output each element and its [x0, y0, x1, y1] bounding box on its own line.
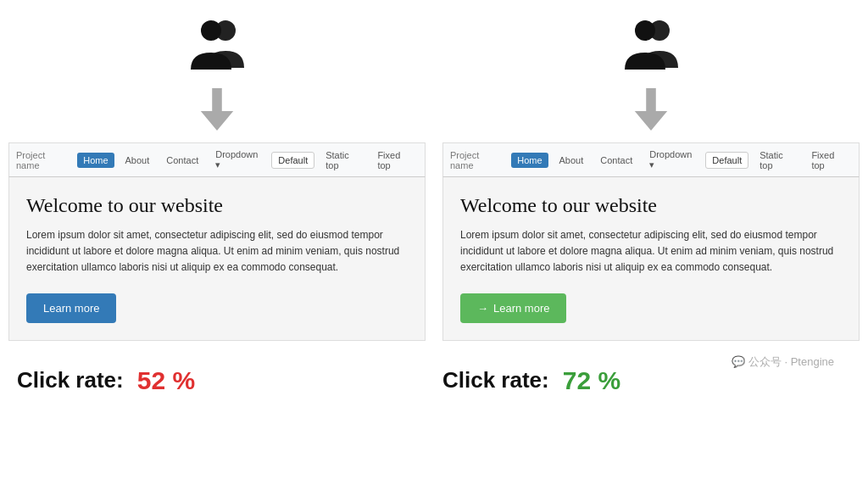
svg-rect-6 [646, 88, 656, 113]
svg-marker-7 [635, 111, 667, 131]
svg-marker-3 [201, 111, 233, 131]
learn-more-button-a[interactable]: Learn more [26, 293, 116, 323]
click-rate-panel-a: Click rate: 52 % [8, 366, 434, 395]
watermark-text: 公众号 · Ptengine [748, 354, 834, 370]
arrow-down-icon-b [634, 88, 668, 134]
card-title-a: Welcome to our website [26, 194, 408, 217]
card-body-a: Lorem ipsum dolor sit amet, consectetur … [26, 227, 408, 276]
navbar-about-a[interactable]: About [120, 153, 156, 168]
main-container: Project name Home About Contact Dropdown… [0, 0, 868, 358]
navbar-contact-b[interactable]: Contact [594, 153, 638, 168]
content-card-a: Welcome to our website Lorem ipsum dolor… [8, 177, 426, 341]
click-rate-value-b: 72 % [563, 366, 620, 395]
card-title-b: Welcome to our website [460, 194, 842, 217]
click-rate-label-b: Click rate: [442, 367, 549, 393]
card-body-b: Lorem ipsum dolor sit amet, consectetur … [460, 227, 842, 276]
users-icon-area-b [613, 17, 689, 80]
arrow-down-icon-a [200, 88, 234, 134]
navbar-b: Project name Home About Contact Dropdown… [442, 142, 860, 177]
users-icon-a [179, 17, 255, 80]
content-card-b: Welcome to our website Lorem ipsum dolor… [442, 177, 860, 341]
arrow-right-icon: → [477, 302, 488, 315]
panel-b: Project name Home About Contact Dropdown… [442, 17, 860, 341]
watermark: 💬 公众号 · Ptengine [732, 354, 834, 370]
arrow-area-b [634, 88, 668, 134]
navbar-statictop-b[interactable]: Static top [754, 148, 800, 173]
navbar-brand-a: Project name [16, 150, 65, 170]
navbar-default-b[interactable]: Default [705, 152, 748, 169]
navbar-home-b[interactable]: Home [511, 153, 548, 168]
watermark-icon: 💬 [732, 355, 745, 368]
navbar-contact-a[interactable]: Contact [160, 153, 204, 168]
navbar-fixedtop-b[interactable]: Fixed top [805, 148, 852, 173]
navbar-fixedtop-a[interactable]: Fixed top [371, 148, 418, 173]
click-rate-value-a: 52 % [137, 366, 195, 395]
svg-rect-2 [212, 88, 222, 113]
navbar-home-a[interactable]: Home [77, 153, 114, 168]
click-rate-label-a: Click rate: [17, 367, 124, 393]
navbar-default-a[interactable]: Default [271, 152, 314, 169]
navbar-about-b[interactable]: About [554, 153, 590, 168]
users-icon-area-a [179, 17, 255, 80]
navbar-a: Project name Home About Contact Dropdown… [8, 142, 426, 177]
navbar-statictop-a[interactable]: Static top [320, 148, 366, 173]
navbar-dropdown-b[interactable]: Dropdown ▾ [643, 147, 700, 173]
svg-point-5 [635, 20, 655, 41]
users-icon-b [613, 17, 689, 80]
learn-more-label-b: Learn more [493, 302, 549, 315]
arrow-area-a [200, 88, 234, 134]
panel-a: Project name Home About Contact Dropdown… [8, 17, 426, 341]
navbar-dropdown-a[interactable]: Dropdown ▾ [209, 147, 266, 173]
svg-point-1 [201, 20, 221, 41]
learn-more-button-b[interactable]: → Learn more [460, 293, 566, 323]
click-rate-panel-b: Click rate: 72 % [434, 366, 860, 395]
navbar-brand-b: Project name [450, 150, 499, 170]
